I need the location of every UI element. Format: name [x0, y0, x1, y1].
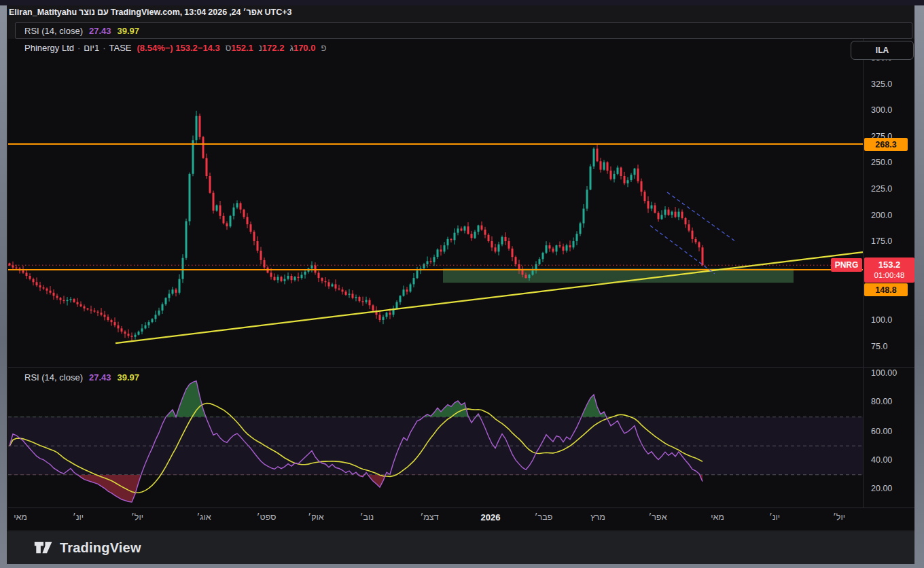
last-price: 153.2	[878, 260, 901, 270]
scale-tick: 80.00	[871, 397, 913, 406]
time-axis-label: דצמ׳	[420, 512, 438, 522]
frame-top-strip	[0, 0, 924, 5]
currency-button[interactable]: ILA	[851, 41, 914, 60]
symbol-exchange: TASE	[109, 43, 132, 53]
time-axis-label: אפר׳	[649, 512, 667, 522]
rsi-ma-value: 39.97	[118, 26, 140, 36]
symbol-legend: Phinergy Ltd·1יום·TASEפ170.0ג172.2נ152.1…	[24, 43, 326, 55]
scale-tick: 20.00	[871, 484, 913, 493]
time-axis-label: יול׳	[833, 512, 845, 522]
symbol-interval: 1יום	[84, 43, 99, 53]
bar-countdown: 01:00:48	[874, 270, 905, 280]
main-chart-canvas[interactable]	[8, 39, 863, 367]
time-axis-label: אוג׳	[196, 512, 211, 522]
scale-tick: 60.00	[871, 427, 913, 436]
time-axis-label: יונ׳	[769, 512, 780, 522]
scale-tick: 175.0	[871, 236, 913, 246]
tradingview-wordmark: TradingView	[60, 540, 141, 556]
time-axis-label: יונ׳	[73, 512, 84, 522]
rsi-label: RSI (14, close)	[24, 26, 83, 36]
attribution-text: Eliran_MatityahuנוצרעםTradingView.com,13…	[9, 7, 294, 20]
time-axis-label: ספט׳	[257, 512, 277, 522]
scale-tick: 100.0	[871, 315, 913, 325]
tradingview-logo[interactable]: TradingView	[34, 539, 141, 556]
time-axis-label: נוב׳	[360, 512, 374, 522]
symbol-price-tag: PNRG	[831, 258, 862, 272]
level-price-label-268: 268.3	[864, 138, 908, 151]
rsi-ma-value: 39.97	[118, 372, 140, 383]
scale-tick: 100.00	[871, 368, 913, 378]
time-axis-label: מרץ	[590, 512, 605, 522]
time-axis-label: מאי	[14, 512, 27, 522]
rsi-value: 27.43	[89, 372, 111, 383]
level-price-label-148: 148.8	[864, 283, 908, 296]
rsi-legend-strip: RSI (14, close)27.4339.97	[15, 22, 912, 39]
scale-tick: 300.0	[871, 105, 913, 115]
time-axis-label: אוק׳	[308, 512, 323, 522]
legend-separator: ·	[77, 43, 80, 53]
rsi-pane-legend: RSI (14, close)27.4339.97	[24, 372, 139, 383]
rsi-value: 27.43	[89, 26, 111, 36]
time-axis-label: מאי	[711, 512, 724, 522]
rsi-pane-canvas[interactable]	[8, 367, 863, 508]
time-axis[interactable]: מאייונ׳יול׳אוג׳ספט׳אוק׳נוב׳דצמ׳2026פבר׳מ…	[8, 508, 914, 530]
time-axis-label: 2026	[481, 512, 501, 522]
rsi-strip-legend: RSI (14, close)27.4339.97	[24, 26, 139, 36]
time-axis-label: יול׳	[131, 512, 143, 522]
scale-tick: 250.0	[871, 158, 913, 167]
price-scale[interactable]: 350.0325.0300.0275.0250.0225.0200.0175.0…	[863, 39, 915, 508]
footer-bar: TradingView	[7, 531, 914, 564]
scale-tick: 325.0	[871, 79, 913, 89]
legend-separator: ·	[103, 43, 105, 53]
pane-separator[interactable]	[8, 367, 914, 368]
scale-tick: 200.0	[871, 211, 913, 220]
tradingview-logo-icon	[34, 539, 53, 556]
time-axis-label: פבר׳	[535, 512, 553, 522]
symbol-name: Phinergy Ltd	[24, 43, 74, 53]
rsi-label: RSI (14, close)	[24, 372, 83, 383]
scale-tick: 75.0	[871, 342, 913, 351]
scale-tick: 225.0	[871, 184, 913, 194]
scale-tick: 40.00	[871, 455, 913, 465]
last-price-label: 153.2 01:00:48	[864, 258, 914, 283]
